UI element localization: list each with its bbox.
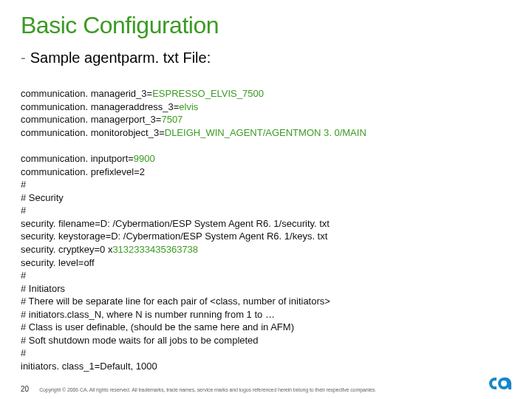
config-value: off bbox=[83, 257, 94, 268]
config-line: # Class is user definable, (should be th… bbox=[21, 321, 511, 334]
slide-subtitle: -Sample agentparm. txt File: bbox=[21, 50, 511, 66]
equals-sign: = bbox=[134, 166, 140, 177]
config-value: ESPRESSO_ELVIS_7500 bbox=[152, 88, 264, 99]
config-value: 9900 bbox=[134, 153, 155, 164]
config-line: # There will be separate line for each p… bbox=[21, 295, 511, 308]
footer-left: 20 Copyright © 2006 CA. All rights reser… bbox=[21, 385, 376, 393]
config-value: D: /Cybermation/ESP System Agent R6. 1/s… bbox=[100, 218, 330, 229]
equals-sign: = bbox=[147, 88, 153, 99]
config-line: # Soft shutdown mode waits for all jobs … bbox=[21, 334, 511, 347]
footer: 20 Copyright © 2006 CA. All rights reser… bbox=[21, 375, 511, 393]
config-line: security. level=off bbox=[21, 256, 511, 270]
config-key: security. filename bbox=[21, 218, 95, 229]
config-key: communication. manageraddress_3 bbox=[21, 101, 174, 112]
config-line: # bbox=[21, 269, 511, 282]
config-key: security. cryptkey bbox=[21, 244, 94, 255]
config-value: Default, 1000 bbox=[100, 361, 157, 372]
config-line: # Security bbox=[21, 191, 511, 205]
config-line: # Initiators bbox=[21, 282, 511, 296]
config-value: D: /Cybermation/ESP System Agent R6. 1/k… bbox=[111, 231, 327, 242]
config-line: # bbox=[21, 204, 511, 217]
copyright-text: Copyright © 2006 CA. All rights reserved… bbox=[39, 387, 376, 392]
config-value: 7507 bbox=[161, 114, 183, 125]
config-value-prefix: 0 x bbox=[100, 244, 112, 255]
page-number: 20 bbox=[21, 385, 29, 393]
config-line: communication. monitorobject_3=DLEIGH_WI… bbox=[21, 126, 511, 140]
config-block-2: communication. inputport=9900communicati… bbox=[21, 152, 511, 372]
config-line: # initiators.class_N, where N is number … bbox=[21, 308, 511, 321]
config-value: elvis bbox=[179, 101, 198, 112]
config-line: communication. managerid_3=ESPRESSO_ELVI… bbox=[21, 87, 511, 100]
config-line: security. keystorage=D: /Cybermation/ESP… bbox=[21, 230, 511, 243]
config-line: communication. inputport=9900 bbox=[21, 152, 511, 166]
config-value: DLEIGH_WIN_AGENT/AGENTMON 3. 0/MAIN bbox=[165, 127, 366, 138]
subtitle-text: Sample agentparm. txt File: bbox=[30, 50, 211, 66]
config-key: initiators. class_1 bbox=[21, 361, 95, 372]
config-value: 3132333435363738 bbox=[112, 244, 198, 255]
slide-title: Basic Configuration bbox=[21, 12, 511, 39]
config-key: communication. inputport bbox=[21, 153, 128, 164]
config-line: # bbox=[21, 178, 511, 191]
config-key: communication. prefixlevel bbox=[21, 166, 134, 177]
config-line: security. cryptkey=0 x3132333435363738 bbox=[21, 243, 511, 256]
config-key: security. keystorage bbox=[21, 231, 106, 242]
config-line: security. filename=D: /Cybermation/ESP S… bbox=[21, 217, 511, 231]
equals-sign: = bbox=[128, 153, 134, 164]
equals-sign: = bbox=[94, 244, 100, 255]
config-key: communication. managerport_3 bbox=[21, 114, 156, 125]
config-line: # bbox=[21, 347, 511, 360]
slide: Basic Configuration -Sample agentparm. t… bbox=[0, 0, 532, 399]
equals-sign: = bbox=[159, 127, 165, 138]
config-value: 2 bbox=[140, 166, 145, 177]
config-line: initiators. class_1=Default, 1000 bbox=[21, 360, 511, 373]
config-line: communication. prefixlevel=2 bbox=[21, 166, 511, 179]
config-line: communication. managerport_3=7507 bbox=[21, 113, 511, 126]
config-key: security. level bbox=[21, 257, 78, 268]
config-key: communication. monitorobject_3 bbox=[21, 127, 159, 138]
config-key: communication. managerid_3 bbox=[21, 88, 147, 99]
config-block-1: communication. managerid_3=ESPRESSO_ELVI… bbox=[21, 87, 511, 139]
config-line: communication. manageraddress_3=elvis bbox=[21, 100, 511, 114]
subtitle-dash: - bbox=[21, 50, 26, 66]
equals-sign: = bbox=[95, 218, 100, 229]
ca-logo bbox=[486, 375, 511, 393]
